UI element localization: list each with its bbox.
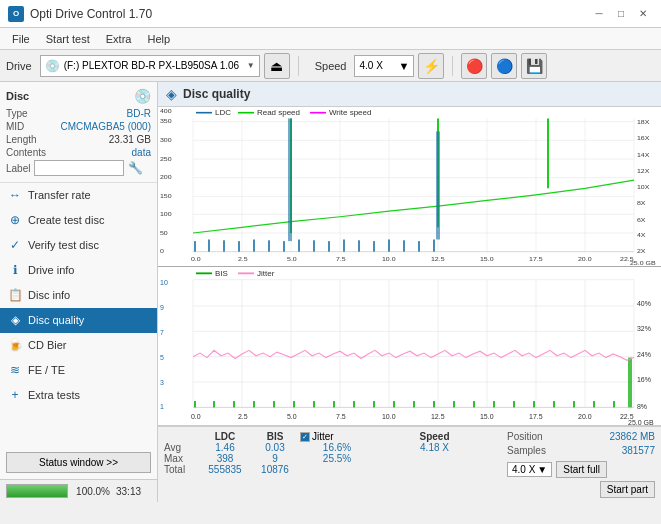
total-bis: 10876: [250, 464, 300, 475]
svg-rect-111: [553, 401, 555, 407]
svg-rect-140: [238, 272, 254, 274]
svg-text:17.5: 17.5: [529, 256, 543, 262]
speed-dropdown-value: 4.0 X: [512, 464, 535, 475]
disc-info-icon: 📋: [8, 288, 22, 302]
drive-select[interactable]: 💿 (F:) PLEXTOR BD-R PX-LB950SA 1.06 ▼: [40, 55, 260, 77]
progress-bar-container: 100.0% 33:13: [0, 479, 157, 502]
svg-text:12.5: 12.5: [431, 413, 445, 420]
svg-rect-96: [253, 401, 255, 407]
svg-text:15.0: 15.0: [480, 256, 494, 262]
burn-button[interactable]: 🔴: [461, 53, 487, 79]
speed-button[interactable]: ⚡: [418, 53, 444, 79]
svg-text:Write speed: Write speed: [329, 109, 371, 117]
svg-text:0.0: 0.0: [191, 256, 201, 262]
disc-eject-icon[interactable]: 💿: [134, 88, 151, 104]
sidebar-item-disc-info[interactable]: 📋 Disc info: [0, 283, 157, 308]
verify-button[interactable]: 🔵: [491, 53, 517, 79]
svg-rect-114: [613, 401, 615, 407]
close-button[interactable]: ✕: [633, 4, 653, 24]
svg-text:8%: 8%: [637, 403, 647, 410]
speed-text: 4.0 X: [359, 60, 394, 71]
svg-text:20.0: 20.0: [578, 256, 592, 262]
sidebar-item-verify-test-disc[interactable]: ✓ Verify test disc: [0, 233, 157, 258]
sidebar-item-label-cd-bier: CD Bier: [28, 339, 67, 351]
svg-text:100: 100: [160, 211, 172, 217]
main-area: Disc 💿 Type BD-R MID CMCMAGBA5 (000) Len…: [0, 82, 661, 502]
sidebar-item-transfer-rate[interactable]: ↔ Transfer rate: [0, 183, 157, 208]
svg-text:8X: 8X: [637, 200, 646, 206]
status-window-button[interactable]: Status window >>: [6, 452, 151, 473]
svg-rect-25: [283, 241, 285, 252]
chart2-area: 1 3 5 7 9 10 8% 16% 24% 32% 40% 0.0 2.5 …: [158, 267, 661, 427]
sidebar-item-create-test-disc[interactable]: ⊕ Create test disc: [0, 208, 157, 233]
chart2-svg: 1 3 5 7 9 10 8% 16% 24% 32% 40% 0.0 2.5 …: [158, 267, 661, 426]
jitter-checkbox[interactable]: ✓: [300, 432, 310, 442]
svg-text:2.5: 2.5: [238, 256, 248, 262]
eject-button[interactable]: ⏏: [264, 53, 290, 79]
label-input[interactable]: [34, 160, 124, 176]
save-button[interactable]: 💾: [521, 53, 547, 79]
disc-title: Disc: [6, 90, 29, 102]
svg-rect-94: [213, 401, 215, 407]
samples-value: 381577: [622, 445, 655, 456]
disc-type-row: Type BD-R: [6, 108, 151, 119]
svg-text:5: 5: [160, 354, 164, 361]
sidebar-item-fe-te[interactable]: ≋ FE / TE: [0, 358, 157, 383]
svg-rect-110: [533, 401, 535, 407]
svg-text:BIS: BIS: [215, 269, 228, 278]
toolbar: Drive 💿 (F:) PLEXTOR BD-R PX-LB950SA 1.0…: [0, 50, 661, 82]
maximize-button[interactable]: □: [611, 4, 631, 24]
svg-rect-93: [194, 401, 196, 407]
avg-bis: 0.03: [250, 442, 300, 453]
max-ldc: 398: [200, 453, 250, 464]
verify-test-disc-icon: ✓: [8, 238, 22, 252]
speed-select[interactable]: 4.0 X ▼: [354, 55, 414, 77]
chart1-area: 0 50 100 150 200 250 300 350 400 2X 4X 6…: [158, 107, 661, 267]
menu-extra[interactable]: Extra: [98, 28, 140, 50]
label-icon[interactable]: 🔧: [128, 161, 143, 175]
svg-text:25.0 GB: 25.0 GB: [628, 418, 654, 425]
avg-speed: 4.18 X: [374, 442, 495, 453]
svg-text:5.0: 5.0: [287, 413, 297, 420]
disc-header: Disc 💿: [6, 88, 151, 104]
svg-rect-29: [343, 239, 345, 251]
sidebar-item-label-disc-info: Disc info: [28, 289, 70, 301]
chart1-svg: 0 50 100 150 200 250 300 350 400 2X 4X 6…: [158, 107, 661, 266]
drive-label: Drive: [6, 60, 32, 72]
start-full-button[interactable]: Start full: [556, 461, 607, 478]
stats-table: LDC BIS ✓ Jitter Speed Avg 1.46 0.03: [158, 427, 501, 502]
sidebar-item-extra-tests[interactable]: + Extra tests: [0, 383, 157, 408]
svg-rect-95: [233, 401, 235, 407]
titlebar: O Opti Drive Control 1.70 ─ □ ✕: [0, 0, 661, 28]
start-part-button[interactable]: Start part: [600, 481, 655, 498]
samples-row: Samples 381577: [507, 445, 655, 456]
position-label: Position: [507, 431, 543, 442]
jitter-header-cell: ✓ Jitter: [300, 431, 374, 442]
mid-value: CMCMAGBA5 (000): [60, 121, 151, 132]
sidebar-item-cd-bier[interactable]: 🍺 CD Bier: [0, 333, 157, 358]
sidebar-item-disc-quality[interactable]: ◈ Disc quality: [0, 308, 157, 333]
sidebar-item-label-extra-tests: Extra tests: [28, 389, 80, 401]
samples-label: Samples: [507, 445, 546, 456]
svg-rect-19: [194, 241, 196, 252]
sidebar-item-label-create-test-disc: Create test disc: [28, 214, 104, 226]
minimize-button[interactable]: ─: [589, 4, 609, 24]
svg-rect-113: [593, 401, 595, 407]
length-value: 23.31 GB: [109, 134, 151, 145]
menu-file[interactable]: File: [4, 28, 38, 50]
disc-length-row: Length 23.31 GB: [6, 134, 151, 145]
menu-help[interactable]: Help: [139, 28, 178, 50]
svg-rect-112: [573, 401, 575, 407]
svg-rect-23: [253, 239, 255, 251]
svg-rect-32: [388, 239, 390, 251]
svg-text:400: 400: [160, 108, 172, 114]
speed-dropdown[interactable]: 4.0 X ▼: [507, 462, 552, 477]
svg-text:40%: 40%: [637, 300, 651, 307]
type-label: Type: [6, 108, 28, 119]
jitter-header-label: Jitter: [312, 431, 334, 442]
menu-start-test[interactable]: Start test: [38, 28, 98, 50]
sidebar-item-drive-info[interactable]: ℹ Drive info: [0, 258, 157, 283]
svg-rect-138: [196, 272, 212, 274]
right-stats: Position 23862 MB Samples 381577 4.0 X ▼…: [501, 427, 661, 502]
svg-text:18X: 18X: [637, 119, 650, 125]
